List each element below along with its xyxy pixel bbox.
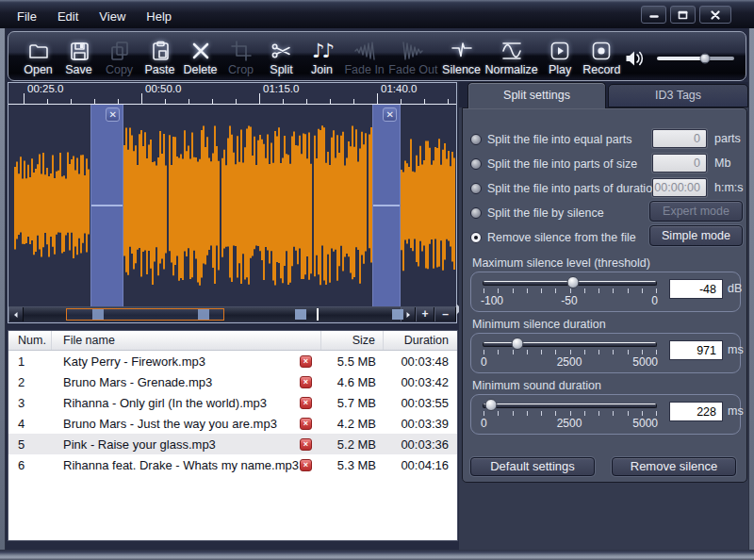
- tab-id3-tags[interactable]: ID3 Tags: [608, 84, 748, 107]
- toolbar-button-normalize[interactable]: Normalize: [484, 34, 540, 79]
- file-delete-button[interactable]: ×: [300, 459, 312, 471]
- file-delete-button[interactable]: ×: [300, 418, 312, 430]
- slider-handle-3[interactable]: [485, 399, 498, 411]
- toolbar-button-split[interactable]: Split: [261, 34, 302, 79]
- slider-tick: [656, 288, 657, 293]
- toolbar-button-paste[interactable]: Paste: [139, 34, 180, 79]
- scroll-track[interactable]: [24, 307, 401, 321]
- toolbar-button-record[interactable]: Record: [581, 34, 623, 79]
- file-name: Bruno Mars - Just the way you are.mp3: [63, 417, 300, 431]
- zoom-in-button[interactable]: +: [416, 307, 434, 321]
- toolbar-label-split: Split: [270, 64, 292, 76]
- toolbar: OpenSaveCopyPasteDeleteCropSplit♪♪JoinFa…: [8, 31, 746, 81]
- column-header-file-name[interactable]: File name: [52, 331, 321, 350]
- expert-mode-button: Expert mode: [649, 201, 743, 222]
- scale-mid: 2500: [557, 355, 582, 369]
- file-delete-button[interactable]: ×: [300, 397, 312, 409]
- svg-text:00:25.0: 00:25.0: [27, 83, 63, 94]
- file-duration: 00:03:36: [384, 437, 457, 452]
- toolbar-button-join[interactable]: ♪♪Join: [302, 34, 342, 79]
- file-row-3[interactable]: 3Rihanna - Only girl (In the world).mp3×…: [8, 392, 457, 413]
- slider-track-3[interactable]: [483, 404, 657, 408]
- file-row-5[interactable]: 5Pink - Raise your glass.mp3×5.2 MB00:03…: [8, 434, 457, 454]
- scroll-silence-mark-3: [295, 309, 306, 320]
- waveform-display[interactable]: ✕✕: [8, 105, 456, 306]
- scroll-position-cursor: [317, 308, 319, 321]
- file-list-body: 1Katy Perry - Firework.mp3×5.5 MB00:03:4…: [8, 351, 457, 475]
- split-options: Split the file into equal parts0partsSpl…: [470, 127, 741, 250]
- clipboard-icon: [148, 39, 172, 64]
- slider-value-3[interactable]: 228: [669, 402, 723, 421]
- scroll-left-button[interactable]: [8, 307, 24, 321]
- field-split-the-file-into-parts-of-duration[interactable]: 00:00:00: [652, 178, 707, 197]
- file-name: Pink - Raise your glass.mp3: [63, 437, 300, 452]
- slider-tick: [484, 411, 484, 416]
- menu-edit[interactable]: Edit: [54, 8, 82, 25]
- file-row-1[interactable]: 1Katy Perry - Firework.mp3×5.5 MB00:03:4…: [8, 351, 457, 371]
- normalize-sine-icon: [500, 39, 524, 64]
- file-row-2[interactable]: 2Bruno Mars - Grenade.mp3×4.6 MB00:03:42: [8, 371, 457, 392]
- slider-tick: [642, 411, 643, 416]
- zoom-out-button[interactable]: –: [434, 307, 456, 321]
- radio-split-the-file-by-silence[interactable]: [470, 207, 482, 219]
- menu-help[interactable]: Help: [142, 8, 175, 25]
- menu-view[interactable]: View: [95, 8, 129, 25]
- simple-mode-button[interactable]: Simple mode: [649, 225, 743, 246]
- radio-split-the-file-into-parts-of-size[interactable]: [470, 158, 482, 170]
- radio-split-the-file-into-parts-of-duration[interactable]: [470, 183, 482, 194]
- slider-title: Minimum silence duration: [470, 318, 741, 333]
- volume-slider-handle[interactable]: [699, 53, 710, 63]
- window-close-button[interactable]: [699, 6, 731, 24]
- tab-split-settings[interactable]: Split settings: [467, 82, 606, 108]
- slider-handle-1[interactable]: [567, 276, 580, 288]
- slider-value-1[interactable]: -48: [669, 279, 723, 299]
- slider-value-2[interactable]: 971: [669, 340, 723, 360]
- column-header-num-[interactable]: Num.: [8, 331, 52, 350]
- file-row-6[interactable]: 6Rihanna feat. Drake - Whats my name.mp3…: [8, 454, 457, 475]
- slider-track-1[interactable]: [483, 281, 657, 286]
- slider-track-2[interactable]: [483, 342, 657, 347]
- file-delete-button[interactable]: ×: [300, 355, 312, 368]
- floppy-disk-icon: [67, 39, 91, 64]
- slider-tick: [598, 288, 599, 293]
- remove-silence-button[interactable]: Remove silence: [612, 457, 736, 476]
- field-split-the-file-into-parts-of-size[interactable]: 0: [652, 154, 707, 173]
- field-split-the-file-into-equal-parts[interactable]: 0: [652, 129, 707, 148]
- toolbar-button-silence[interactable]: Silence: [440, 34, 484, 79]
- slider-tick: [484, 288, 484, 293]
- slider-tick: [613, 288, 614, 293]
- toolbar-button-play[interactable]: Play: [540, 34, 581, 79]
- silence-band-close-icon[interactable]: ✕: [106, 107, 120, 122]
- scroll-viewport[interactable]: [66, 308, 224, 321]
- toolbar-label-join: Join: [311, 64, 333, 76]
- toolbar-button-save[interactable]: Save: [58, 34, 99, 79]
- column-header-size[interactable]: Size: [321, 331, 384, 350]
- slider-handle-2[interactable]: [511, 338, 523, 350]
- file-size: 5.2 MB: [321, 437, 384, 452]
- toolbar-label-silence: Silence: [442, 64, 481, 76]
- play-icon: [548, 39, 572, 64]
- slider-tick: [484, 350, 484, 354]
- radio-split-the-file-into-equal-parts[interactable]: [470, 134, 482, 145]
- default-settings-button[interactable]: Default settings: [470, 457, 595, 476]
- menu-file[interactable]: File: [13, 8, 41, 25]
- slider-tick: [613, 350, 614, 354]
- radio-remove-silence-from-the-file[interactable]: [470, 232, 482, 243]
- file-delete-button[interactable]: ×: [300, 438, 312, 451]
- column-header-duration[interactable]: Duration: [384, 331, 457, 350]
- toolbar-button-delete[interactable]: Delete: [180, 34, 221, 79]
- slider-tick: [527, 350, 528, 354]
- window-maximize-button[interactable]: [670, 6, 696, 24]
- toolbar-label-fade-in: Fade In: [344, 64, 384, 76]
- menu-bar: FileEditViewHelp: [13, 8, 175, 25]
- toolbar-button-open[interactable]: Open: [18, 34, 58, 79]
- file-size: 4.2 MB: [321, 417, 384, 431]
- file-row-4[interactable]: 4Bruno Mars - Just the way you are.mp3×4…: [8, 413, 457, 434]
- split-option-3: Split the file into parts of duration00:…: [470, 176, 741, 201]
- maximize-icon: [678, 10, 688, 20]
- window-minimize-button[interactable]: [641, 6, 666, 24]
- radio-label: Split the file by silence: [487, 206, 604, 220]
- volume-slider[interactable]: [657, 57, 734, 60]
- file-delete-button[interactable]: ×: [300, 376, 312, 388]
- silence-band-close-icon[interactable]: ✕: [383, 107, 397, 122]
